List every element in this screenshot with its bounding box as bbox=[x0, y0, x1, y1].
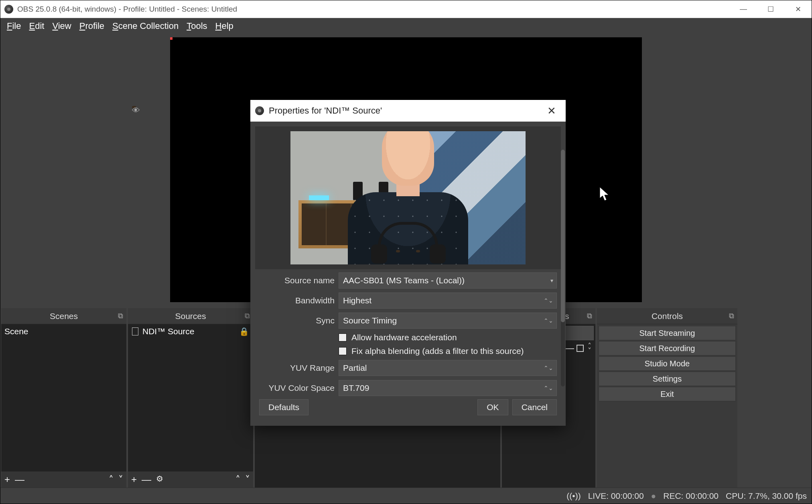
menu-scene-collection[interactable]: Scene Collection bbox=[109, 19, 182, 33]
transition-properties-button[interactable] bbox=[577, 345, 584, 352]
source-type-icon bbox=[132, 327, 138, 335]
undock-icon[interactable]: ⧉ bbox=[245, 312, 250, 320]
menu-help[interactable]: Help bbox=[212, 19, 237, 33]
chevron-updown-icon[interactable]: ⌃⌄ bbox=[544, 297, 553, 304]
remove-scene-button[interactable]: — bbox=[15, 474, 24, 485]
chevron-updown-icon[interactable]: ⌃⌄ bbox=[544, 365, 553, 371]
window-title: OBS 25.0.8 (64-bit, windows) - Profile: … bbox=[17, 5, 237, 14]
controls-body: Start Streaming Start Recording Studio M… bbox=[597, 324, 737, 403]
minimize-button[interactable]: — bbox=[730, 0, 757, 18]
menu-file[interactable]: File bbox=[4, 19, 24, 33]
undock-icon[interactable]: ⧉ bbox=[587, 312, 592, 320]
yuv-space-label: YUV Color Space bbox=[259, 383, 335, 393]
live-time: LIVE: 00:00:00 bbox=[588, 491, 644, 501]
yuv-range-value: Partial bbox=[343, 363, 367, 373]
hw-accel-label: Allow hardware acceleration bbox=[351, 333, 457, 342]
source-properties-button[interactable] bbox=[156, 476, 164, 484]
add-source-button[interactable]: + bbox=[131, 474, 137, 485]
yuv-range-label: YUV Range bbox=[259, 363, 335, 373]
sync-select[interactable]: Source Timing ⌃⌄ bbox=[339, 313, 557, 329]
defaults-button[interactable]: Defaults bbox=[259, 399, 309, 415]
dialog-close-button[interactable]: ✕ bbox=[542, 105, 561, 117]
scenes-toolbar: + — ˄ ˅ bbox=[1, 471, 126, 488]
exit-button[interactable]: Exit bbox=[599, 387, 736, 401]
undock-icon[interactable]: ⧉ bbox=[729, 312, 734, 320]
sources-title: Sources bbox=[175, 311, 206, 321]
sources-panel: Sources ⧉ NDI™ Source 👁 🔒 + — ˄ ˅ bbox=[128, 308, 253, 488]
menubar: File Edit View Profile Scene Collection … bbox=[0, 18, 812, 34]
move-source-down-button[interactable]: ˅ bbox=[245, 474, 250, 485]
yuv-range-select[interactable]: Partial ⌃⌄ bbox=[339, 360, 557, 376]
bandwidth-value: Highest bbox=[343, 296, 371, 305]
cancel-button[interactable]: Cancel bbox=[512, 399, 557, 415]
dialog-scrollbar[interactable] bbox=[561, 150, 565, 386]
settings-button[interactable]: Settings bbox=[599, 372, 736, 386]
chevron-down-icon[interactable]: ▾ bbox=[550, 277, 553, 284]
yuv-space-select[interactable]: BT.709 ⌃⌄ bbox=[339, 380, 557, 396]
menu-view[interactable]: View bbox=[49, 19, 74, 33]
move-scene-up-button[interactable]: ˄ bbox=[109, 474, 114, 485]
transition-reorder[interactable]: ˄˅ bbox=[586, 343, 593, 354]
hw-accel-checkbox[interactable] bbox=[339, 333, 347, 341]
menu-profile[interactable]: Profile bbox=[76, 19, 108, 33]
move-source-up-button[interactable]: ˄ bbox=[235, 474, 240, 485]
source-name-label: Source name bbox=[259, 276, 335, 285]
dialog-body: Source name AAC-SB01 (MS Teams - (Local)… bbox=[250, 122, 566, 426]
remove-source-button[interactable]: — bbox=[142, 474, 151, 485]
add-scene-button[interactable]: + bbox=[4, 474, 10, 485]
source-name-combo[interactable]: AAC-SB01 (MS Teams - (Local)) ▾ bbox=[339, 272, 557, 289]
close-button[interactable]: ✕ bbox=[784, 0, 812, 18]
dialog-title: Properties for 'NDI™ Source' bbox=[269, 106, 382, 116]
chevron-updown-icon[interactable]: ⌃⌄ bbox=[544, 385, 553, 391]
source-preview-frame bbox=[255, 126, 561, 269]
fix-alpha-label: Fix alpha blending (adds a filter to thi… bbox=[351, 346, 524, 356]
scenes-header: Scenes ⧉ bbox=[1, 308, 126, 324]
controls-panel: Controls ⧉ Start Streaming Start Recordi… bbox=[597, 308, 737, 488]
start-recording-button[interactable]: Start Recording bbox=[599, 341, 736, 356]
controls-title: Controls bbox=[652, 311, 683, 321]
lock-toggle-icon[interactable]: 🔒 bbox=[239, 327, 249, 336]
titlebar: OBS 25.0.8 (64-bit, windows) - Profile: … bbox=[0, 0, 812, 18]
bandwidth-select[interactable]: Highest ⌃⌄ bbox=[339, 293, 557, 309]
ok-button[interactable]: OK bbox=[477, 399, 508, 415]
menu-tools[interactable]: Tools bbox=[183, 19, 210, 33]
svg-marker-0 bbox=[600, 187, 609, 201]
dialog-buttons: Defaults OK Cancel bbox=[255, 396, 561, 421]
visibility-toggle-icon[interactable]: 👁 bbox=[132, 106, 136, 108]
obs-logo-icon bbox=[255, 106, 264, 115]
fix-alpha-checkbox[interactable] bbox=[339, 347, 347, 355]
controls-header: Controls ⧉ bbox=[597, 308, 737, 324]
statusbar: ((•)) LIVE: 00:00:00 ● REC: 00:00:00 CPU… bbox=[0, 488, 812, 504]
properties-form: Source name AAC-SB01 (MS Teams - (Local)… bbox=[255, 269, 561, 396]
start-streaming-button[interactable]: Start Streaming bbox=[599, 326, 736, 340]
maximize-button[interactable]: ☐ bbox=[757, 0, 784, 18]
properties-dialog: Properties for 'NDI™ Source' ✕ Source na… bbox=[250, 100, 566, 426]
hw-accel-row[interactable]: Allow hardware acceleration bbox=[339, 333, 557, 342]
studio-mode-button[interactable]: Studio Mode bbox=[599, 356, 736, 371]
stream-status-icon: ((•)) bbox=[566, 491, 581, 501]
sources-header: Sources ⧉ bbox=[128, 308, 253, 324]
selection-handle-icon[interactable] bbox=[170, 37, 173, 40]
yuv-space-value: BT.709 bbox=[343, 383, 369, 393]
dialog-titlebar: Properties for 'NDI™ Source' ✕ bbox=[250, 100, 566, 122]
scenes-title: Scenes bbox=[50, 311, 78, 321]
rec-status-icon: ● bbox=[651, 491, 656, 501]
obs-logo-icon bbox=[4, 5, 13, 14]
scrollbar-thumb[interactable] bbox=[561, 150, 565, 322]
sources-toolbar: + — ˄ ˅ bbox=[128, 471, 253, 488]
source-preview bbox=[290, 131, 526, 264]
menu-edit[interactable]: Edit bbox=[26, 19, 47, 33]
sync-label: Sync bbox=[259, 316, 335, 325]
source-name-value[interactable]: AAC-SB01 (MS Teams - (Local)) bbox=[343, 276, 552, 285]
scenes-list[interactable]: Scene bbox=[1, 324, 126, 471]
scenes-panel: Scenes ⧉ Scene + — ˄ ˅ bbox=[1, 308, 126, 488]
scene-item[interactable]: Scene bbox=[1, 324, 126, 339]
rec-time: REC: 00:00:00 bbox=[663, 491, 719, 501]
chevron-updown-icon[interactable]: ⌃⌄ bbox=[544, 317, 553, 324]
undock-icon[interactable]: ⧉ bbox=[118, 312, 123, 320]
fix-alpha-row[interactable]: Fix alpha blending (adds a filter to thi… bbox=[339, 346, 557, 356]
sources-list[interactable]: NDI™ Source 👁 🔒 bbox=[128, 324, 253, 471]
source-item[interactable]: NDI™ Source 👁 🔒 bbox=[128, 324, 253, 339]
move-scene-down-button[interactable]: ˅ bbox=[118, 474, 123, 485]
cpu-fps: CPU: 7.7%, 30.00 fps bbox=[726, 491, 807, 501]
